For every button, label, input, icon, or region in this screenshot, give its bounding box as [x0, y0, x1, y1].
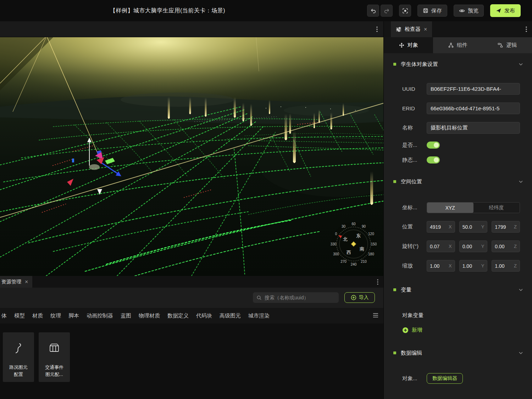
coord-xyz-option[interactable]: XYZ [427, 203, 473, 213]
static-toggle[interactable] [427, 156, 440, 164]
category-tab[interactable]: 纹理 [50, 312, 61, 319]
category-tab[interactable]: 代码块 [196, 312, 212, 319]
chevron-down-icon[interactable] [519, 63, 523, 66]
compass-degree-label: 330 [331, 242, 337, 246]
inspector-tab-close-icon[interactable]: × [424, 27, 427, 32]
assets-search-input[interactable] [265, 295, 335, 300]
tab-object[interactable]: 对象 [384, 37, 433, 53]
undo-button[interactable] [367, 5, 379, 17]
category-tab[interactable]: 高级图元 [220, 312, 241, 319]
undo-icon [370, 8, 376, 14]
position-y-field[interactable]: 50.0Y [459, 221, 488, 233]
assets-tab[interactable]: 资源管理 × [0, 276, 32, 288]
scale-row: 缩放 1.00X 1.00Y 1.00Z [402, 260, 520, 272]
category-tab[interactable]: 材质 [32, 312, 43, 319]
viewport-menu-kebab-icon[interactable] [376, 26, 378, 32]
uuid-label: UUID [402, 86, 427, 92]
object-icon [399, 43, 404, 48]
name-label: 名称 [402, 124, 427, 131]
chevron-down-icon[interactable] [519, 352, 523, 354]
section-title: 空间位置 [401, 178, 519, 185]
paper-plane-icon [496, 8, 501, 13]
redo-button[interactable] [381, 5, 393, 17]
add-variable-label: 新增 [412, 327, 422, 333]
search-icon [256, 295, 262, 300]
name-field[interactable]: 摄影机目标位置 [427, 122, 520, 134]
scale-x-field[interactable]: 1.00X [427, 260, 455, 272]
rotation-z-field[interactable]: 0.00Z [492, 240, 520, 252]
section-bullet [393, 63, 396, 66]
asset-card-traffic-event[interactable]: 交通事件 图元配... [39, 332, 70, 382]
section-twin-settings[interactable]: 孪生体对象设置 [393, 60, 523, 69]
section-data-edit[interactable]: 数据编辑 [393, 348, 523, 358]
section-variables[interactable]: 变量 [393, 285, 523, 294]
asset-card-label: 路况图元 配置 [9, 364, 28, 382]
uuid-field[interactable]: B06EF2FF-11E6-423D-BFA4- [427, 83, 520, 95]
rotation-x-value: 0.07 [430, 244, 439, 249]
position-z-field[interactable]: 1799Z [492, 221, 520, 233]
import-label: 导入 [359, 294, 369, 301]
preview-button[interactable]: 预览 [454, 5, 484, 17]
chevron-down-icon[interactable] [519, 289, 523, 291]
compass-degree-label: 270 [340, 260, 347, 264]
save-button[interactable]: 保存 [417, 5, 447, 17]
chevron-down-icon[interactable] [519, 181, 523, 183]
road-condition-icon [13, 332, 24, 364]
toggle-knob [434, 157, 439, 162]
publish-button[interactable]: 发布 [490, 4, 521, 17]
scale-x-value: 1.00 [430, 263, 439, 269]
category-tab[interactable]: 体 [1, 312, 7, 319]
compass-degree-label: 300 [333, 252, 339, 256]
axis-x-label: X [449, 244, 452, 249]
rotation-y-field[interactable]: 0.00Y [459, 240, 488, 252]
coord-latlon-option[interactable]: 经纬度 [473, 203, 520, 213]
category-tab[interactable]: 模型 [14, 312, 25, 319]
section-title: 数据编辑 [401, 350, 519, 356]
section-spatial[interactable]: 空间位置 [393, 177, 523, 186]
visible-toggle[interactable] [427, 142, 440, 149]
data-editor-row: 对象... 数据编辑器 [402, 373, 520, 384]
static-toggle-label: 静态... [402, 157, 427, 164]
inspector-tab[interactable]: 检查器 × [391, 21, 432, 37]
erid-field[interactable]: 66e0366b-c04d-471e-8951-5 [427, 102, 520, 114]
static-toggle-row: 静态... [402, 156, 520, 164]
data-editor-button[interactable]: 数据编辑器 [427, 373, 463, 384]
inspector-panel: 检查器 × 对象 组件 逻辑 孪生体对象设置 UUID B06EF2FF-11E [383, 21, 532, 399]
city-3d-scene[interactable] [0, 37, 383, 276]
compass-degree-label: 120 [368, 232, 374, 236]
category-tab[interactable]: 物理材质 [139, 312, 160, 319]
rotation-x-field[interactable]: 0.07X [427, 240, 455, 252]
category-tab[interactable]: 动画控制器 [87, 312, 113, 319]
tab-logic-label: 逻辑 [506, 42, 517, 49]
category-tab[interactable]: 脚本 [68, 312, 79, 319]
compass-degree-label: 0 [335, 232, 337, 236]
assets-search[interactable] [253, 292, 339, 303]
inspector-mode-tabs: 对象 组件 逻辑 [384, 37, 532, 53]
position-y-value: 50.0 [462, 224, 472, 230]
compass-widget[interactable]: 0 30 60 90 120 150 180 210 240 270 300 3… [331, 221, 377, 267]
logic-icon [498, 43, 503, 48]
add-variable-button[interactable]: 新增 [402, 327, 520, 333]
tab-component[interactable]: 组件 [433, 37, 482, 53]
scale-label: 缩放 [402, 262, 427, 269]
assets-menu-kebab-icon[interactable] [377, 279, 378, 285]
assets-tab-close-icon[interactable]: × [25, 279, 28, 285]
rotation-y-value: 0.00 [462, 244, 472, 249]
import-button[interactable]: 导入 [344, 292, 375, 303]
inspector-tab-label: 检查器 [405, 26, 421, 33]
position-z-value: 1799 [495, 224, 506, 230]
fit-view-button[interactable] [399, 5, 411, 17]
viewport-panel[interactable]: 0 30 60 90 120 150 180 210 240 270 300 3… [0, 37, 383, 276]
category-tab[interactable]: 城市渲染 [248, 312, 270, 319]
inspector-menu-kebab-icon[interactable] [526, 26, 527, 32]
scale-y-field[interactable]: 1.00Y [459, 260, 488, 272]
asset-card-road-condition[interactable]: 路况图元 配置 [3, 332, 34, 382]
assets-tabstrip: 资源管理 × [0, 276, 383, 288]
category-tab[interactable]: 数据定义 [167, 312, 189, 319]
scale-z-field[interactable]: 1.00Z [492, 260, 520, 272]
list-view-icon[interactable] [373, 313, 378, 318]
tab-logic[interactable]: 逻辑 [483, 37, 532, 53]
position-x-field[interactable]: 4919X [427, 221, 455, 233]
assets-categories: 体 模型 材质 纹理 脚本 动画控制器 蓝图 物理材质 数据定义 代码块 高级图… [0, 308, 383, 323]
category-tab[interactable]: 蓝图 [121, 312, 131, 319]
